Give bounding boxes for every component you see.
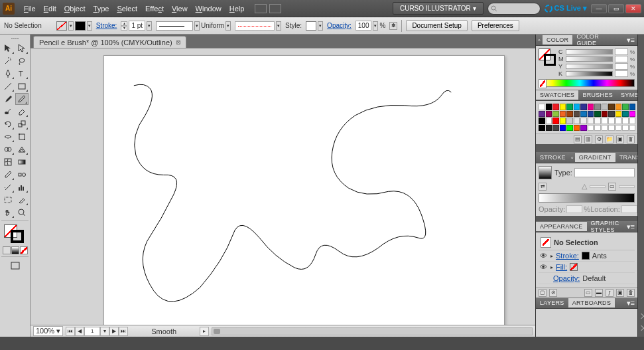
window-minimize-button[interactable]: — [591,4,607,13]
swatch[interactable] [560,118,566,124]
delete-icon[interactable]: 🗑 [627,289,635,297]
swatch[interactable] [622,125,629,131]
stroke-swatch[interactable] [75,21,86,31]
slice-tool[interactable] [15,194,29,206]
stop-opacity-field[interactable] [566,205,582,213]
reverse-gradient-icon[interactable]: ⇄ [539,183,547,191]
gradient-mode-button[interactable] [11,246,19,254]
swatch[interactable] [539,125,545,131]
scale-tool[interactable] [15,118,29,130]
screen-mode-button[interactable] [1,260,29,271]
swatch[interactable] [580,104,587,110]
color-fill-stroke-indicator[interactable] [539,48,556,66]
rectangle-tool[interactable] [15,80,29,92]
swatch-kind-icon[interactable]: ▥ [584,135,592,143]
swatch[interactable] [560,125,566,131]
fill-dropdown[interactable]: ▾ [68,21,74,31]
stroke-weight-dropdown[interactable]: ▾ [147,21,152,31]
swatch[interactable] [552,125,559,131]
swatch[interactable] [622,111,629,118]
stop-location-field[interactable] [621,205,637,213]
pencil-tool[interactable] [15,93,29,105]
swatch[interactable] [539,104,545,110]
close-tab-icon[interactable]: ⊠ [176,38,181,46]
eyedropper-tool[interactable] [1,169,15,181]
panel-menu-icon[interactable]: ▾≡ [624,36,637,44]
width-tool[interactable] [1,131,15,143]
swatch[interactable] [588,118,594,124]
profile-dropdown[interactable] [156,21,193,31]
blend-tool[interactable] [15,169,29,181]
stroke-weight-stepper[interactable]: ▴▾ [121,21,127,31]
canvas[interactable] [31,48,535,325]
recolor-artwork-icon[interactable]: ✽ [389,22,397,30]
swatch[interactable] [622,118,629,124]
swatch[interactable] [629,118,636,124]
color-spectrum[interactable] [539,79,635,87]
cs-live-button[interactable]: CS Live ▾ [545,4,587,13]
new-group-icon[interactable]: 📁 [606,135,613,143]
appearance-stroke-row[interactable]: 👁▸Stroke:Ants [539,250,635,262]
swatch[interactable] [602,104,608,110]
zoom-dropdown[interactable]: 100% ▾ [33,326,63,336]
swatch[interactable] [574,111,580,118]
perspective-grid-tool[interactable] [15,143,29,155]
swatch[interactable] [608,125,615,131]
swatch[interactable] [539,111,545,118]
search-field[interactable] [487,3,541,15]
yellow-slider[interactable] [566,64,613,69]
swatch[interactable] [629,125,636,131]
gradient-ramp[interactable] [539,193,635,203]
tab-color[interactable]: Color [543,35,573,44]
shape-builder-tool[interactable] [1,143,15,155]
gradient-tool[interactable] [15,156,29,168]
direct-selection-tool[interactable] [15,43,29,54]
swatch[interactable] [615,111,622,118]
duplicate-icon[interactable]: ▣ [616,289,624,297]
menu-select[interactable]: Select [113,3,141,14]
workspace-switcher[interactable]: CURSO ILLUSTRATOR ▾ [393,2,483,15]
zoom-tool[interactable] [15,207,29,219]
swatch[interactable] [594,104,601,110]
opacity-link[interactable]: Opacity: [327,22,352,29]
swatch[interactable] [608,104,615,110]
appearance-fill-row[interactable]: 👁▸Fill: [539,262,635,273]
tab-transparency[interactable]: Transpa [615,153,637,162]
swatch[interactable] [539,118,545,124]
swatch-options-icon[interactable]: ⚙ [595,135,603,143]
swatch[interactable] [566,111,573,118]
swatch[interactable] [546,104,552,110]
menu-view[interactable]: View [168,3,192,14]
lasso-tool[interactable] [15,55,29,67]
menu-type[interactable]: Type [90,3,113,14]
brush-definition-dropdown[interactable] [235,21,275,31]
swatch[interactable] [560,104,566,110]
menu-help[interactable]: Help [225,3,249,14]
swatch[interactable] [552,104,559,110]
clear-appearance-icon[interactable]: ⊘ [549,289,557,297]
none-swatch-icon[interactable] [539,79,547,88]
free-transform-tool[interactable] [15,131,29,143]
swatch[interactable] [615,125,622,131]
selection-tool[interactable] [1,43,15,54]
stroke-weight-field[interactable]: 1 pt [129,21,145,31]
color-mode-button[interactable] [3,246,11,254]
yellow-value[interactable] [615,63,628,70]
swatch[interactable] [594,125,601,131]
paintbrush-tool[interactable] [1,93,15,105]
tab-gradient[interactable]: Gradient [575,153,615,162]
swatch[interactable] [608,118,615,124]
swatch[interactable] [580,111,587,118]
graph-tool[interactable] [15,181,29,193]
eraser-tool[interactable] [15,106,29,118]
swatch[interactable] [574,118,580,124]
swatch[interactable] [602,125,608,131]
magenta-slider[interactable] [566,56,613,62]
panel-menu-icon[interactable]: ▾≡ [624,222,637,231]
gradient-angle-field[interactable] [590,185,606,188]
window-maximize-button[interactable]: ▭ [608,4,624,13]
swatch[interactable] [629,111,636,118]
menu-object[interactable]: Object [60,3,90,14]
menu-window[interactable]: Window [192,3,225,14]
magic-wand-tool[interactable] [1,55,15,67]
